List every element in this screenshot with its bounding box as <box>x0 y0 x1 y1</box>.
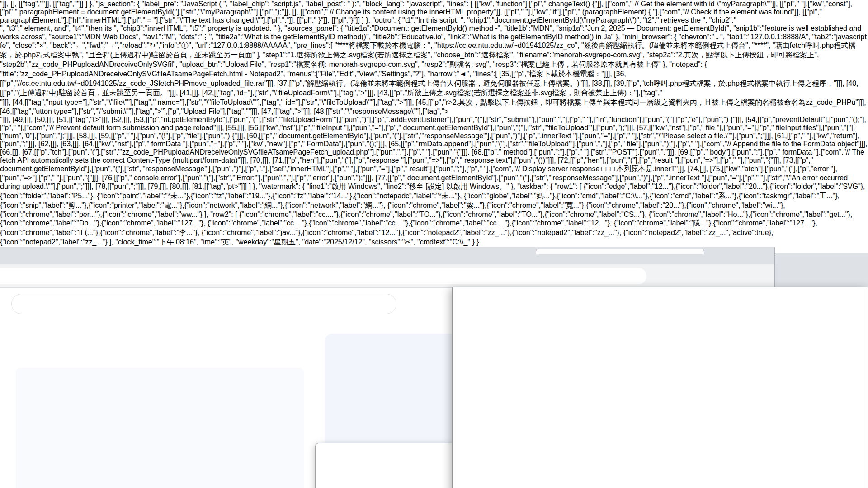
google-search-box[interactable] <box>11 294 396 314</box>
url-bar[interactable] <box>0 268 646 284</box>
notepad2-window <box>452 287 868 488</box>
background-window-sliver <box>536 249 704 254</box>
background-browser-window <box>775 253 868 289</box>
main-toolbar <box>0 264 775 288</box>
mini-browser-window <box>315 443 460 488</box>
desktop-screen <box>0 247 868 488</box>
html-code-block <box>16 368 304 488</box>
